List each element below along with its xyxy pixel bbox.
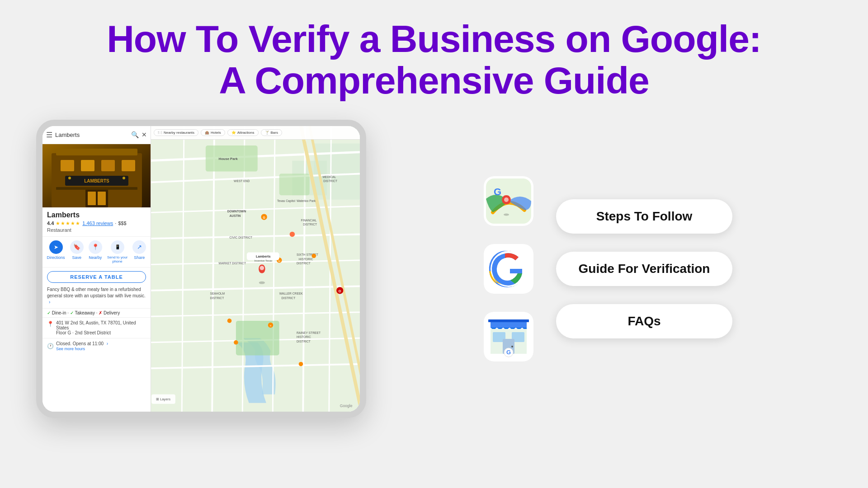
address-info: 📍 401 W 2nd St, Austin, TX 78701, United…: [42, 318, 151, 338]
content-area: ☰ Lamberts 🔍 ✕: [0, 120, 868, 418]
right-section: G: [384, 176, 832, 361]
close-icon[interactable]: ✕: [142, 131, 147, 138]
svg-point-84: [504, 213, 509, 216]
svg-text:DISTRICT: DISTRICT: [323, 179, 337, 183]
map-view[interactable]: House Park WEST END DOWNTOWN AUSTIN CIVI…: [151, 126, 360, 412]
rating-number: 4.4: [47, 221, 54, 226]
svg-point-14: [123, 177, 125, 179]
svg-rect-11: [88, 192, 96, 205]
reserve-table-button[interactable]: RESERVE A TABLE: [47, 271, 146, 283]
price: $$$: [118, 221, 126, 226]
save-btn[interactable]: 🔖 Save: [70, 240, 84, 263]
dine-options: ✓ Dine-in · ✓ Takeaway · ✗ Delivery: [42, 309, 151, 318]
svg-text:RAINEY STREET: RAINEY STREET: [297, 331, 321, 334]
svg-point-65: [290, 231, 295, 236]
svg-text:Texas Capitol: Texas Capitol: [277, 199, 296, 202]
filter-attractions[interactable]: ⭐ Attractions: [227, 129, 259, 136]
icons-column: G: [484, 176, 533, 361]
svg-point-85: [504, 197, 509, 202]
search-text: Lamberts: [55, 131, 128, 138]
steps-to-follow-button[interactable]: Steps To Follow: [556, 199, 733, 234]
svg-text:MARKET DISTRICT: MARKET DISTRICT: [219, 262, 246, 265]
svg-text:FINANCIAL: FINANCIAL: [301, 218, 317, 221]
google-business-svg: G: [484, 312, 533, 361]
svg-rect-4: [61, 160, 74, 171]
filter-bars[interactable]: 🍸 Bars: [261, 129, 282, 136]
svg-rect-6: [101, 160, 115, 171]
restaurant-photo: LAMBERTS: [42, 144, 151, 207]
svg-rect-5: [81, 160, 94, 171]
google-maps-svg: G: [484, 176, 533, 226]
svg-point-77: [234, 340, 238, 345]
maps-panel: ☰ Lamberts 🔍 ✕: [42, 126, 151, 412]
svg-rect-12: [98, 192, 106, 205]
svg-rect-7: [122, 160, 135, 171]
business-name: Lamberts: [47, 211, 146, 219]
svg-point-76: [227, 319, 232, 323]
svg-text:CIVIC DISTRICT: CIVIC DISTRICT: [230, 236, 253, 239]
faqs-button[interactable]: FAQs: [556, 304, 733, 338]
share-btn[interactable]: ↗ Share: [132, 240, 146, 263]
hours-info: 🕐 Closed. Opens at 11:00 › See more hour…: [42, 338, 151, 354]
svg-text:HISTORIC: HISTORIC: [299, 258, 313, 261]
svg-text:MEDICAL: MEDICAL: [322, 175, 336, 178]
buttons-column: Steps To Follow Guide For Verification F…: [556, 199, 733, 338]
category: Restaurant: [47, 227, 146, 233]
send-to-phone-btn[interactable]: 📱 Send to yourphone: [107, 240, 127, 263]
svg-text:DISTRICT: DISTRICT: [303, 223, 317, 226]
nearby-btn[interactable]: 📍 Nearby: [89, 240, 102, 263]
stars: ★★★★★: [56, 221, 80, 226]
google-business-icon: G: [484, 312, 533, 361]
svg-text:DISTRICT: DISTRICT: [281, 296, 295, 300]
google-g-icon: [484, 244, 533, 294]
svg-text:LAMBERTS: LAMBERTS: [84, 178, 109, 183]
svg-text:DISTRICT: DISTRICT: [297, 340, 311, 343]
svg-point-67: [259, 282, 265, 284]
svg-text:DISTRICT: DISTRICT: [297, 262, 311, 265]
page-title: How To Verify a Business on Google: A Co…: [107, 18, 761, 102]
price-level: ·: [115, 221, 116, 226]
business-description: Fancy BBQ & other meaty fare in a refurb…: [42, 286, 151, 309]
svg-rect-15: [56, 187, 137, 190]
google-g-svg: [484, 244, 533, 294]
directions-btn[interactable]: ➤ Directions: [47, 240, 65, 263]
reviews-count[interactable]: 1,463 reviews: [82, 221, 113, 226]
svg-text:House Park: House Park: [219, 156, 238, 160]
filter-hotels[interactable]: 🏨 Hotels: [201, 129, 225, 136]
business-info: Lamberts 4.4 ★★★★★ 1,463 reviews · $$$ R…: [42, 207, 151, 237]
svg-text:G: G: [506, 349, 510, 356]
title-line2: A Comprehensive Guide: [219, 59, 649, 102]
svg-text:Lamberts: Lamberts: [256, 255, 270, 258]
title-line1: How To Verify a Business on Google:: [107, 18, 761, 60]
svg-text:M: M: [278, 259, 280, 262]
svg-text:SEAHOLM: SEAHOLM: [210, 292, 225, 295]
svg-point-13: [68, 177, 71, 179]
svg-point-68: [260, 266, 264, 270]
svg-text:G: G: [494, 186, 501, 197]
svg-text:DISTRICT: DISTRICT: [210, 296, 224, 300]
tablet-inner: ☰ Lamberts 🔍 ✕: [42, 126, 360, 412]
tablet-mockup: ☰ Lamberts 🔍 ✕: [36, 120, 366, 418]
svg-text:Inventive Texas: Inventive Texas: [255, 259, 273, 262]
svg-rect-37: [279, 174, 310, 195]
filter-nearby-restaurants[interactable]: 🍽️ Nearby restaurants: [154, 129, 198, 136]
svg-text:WEST END: WEST END: [234, 179, 250, 183]
map-filter-bar: 🍽️ Nearby restaurants 🏨 Hotels ⭐ Attract…: [151, 126, 360, 140]
svg-text:Google: Google: [340, 404, 353, 408]
search-icon[interactable]: 🔍: [131, 131, 139, 138]
svg-text:G: G: [263, 216, 265, 219]
svg-text:⊙: ⊙: [338, 289, 341, 293]
maps-searchbar[interactable]: ☰ Lamberts 🔍 ✕: [42, 126, 151, 144]
svg-text:H: H: [270, 325, 272, 327]
google-maps-icon: G: [484, 176, 533, 226]
menu-icon[interactable]: ☰: [46, 131, 52, 139]
guide-for-verification-button[interactable]: Guide For Verification: [556, 252, 733, 286]
svg-text:⊞ Layers: ⊞ Layers: [156, 397, 170, 401]
svg-text:Waterloo Park: Waterloo Park: [297, 199, 316, 202]
tablet-home-button[interactable]: [36, 258, 41, 280]
svg-point-78: [299, 362, 303, 366]
svg-text:DOWNTOWN: DOWNTOWN: [227, 210, 246, 213]
action-buttons: ➤ Directions 🔖 Save 📍 Nea: [42, 237, 151, 267]
svg-point-66: [311, 253, 316, 258]
rating-row: 4.4 ★★★★★ 1,463 reviews · $$$: [47, 221, 146, 226]
